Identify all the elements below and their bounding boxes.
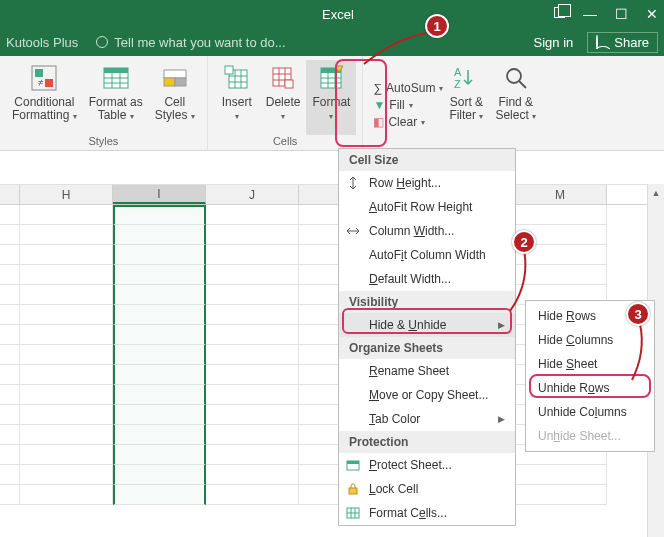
svg-text:≠: ≠: [38, 77, 44, 88]
protect-sheet-icon: [345, 457, 361, 473]
svg-rect-36: [347, 461, 359, 464]
menu-section-protection: Protection: [339, 431, 515, 453]
lock-icon: [345, 481, 361, 497]
menu-row-height[interactable]: Row Height...: [339, 171, 515, 195]
tab-bar: Kutools Plus Tell me what you want to do…: [0, 28, 664, 56]
col-header-H[interactable]: H: [20, 185, 113, 204]
chevron-down-icon: ▾: [329, 112, 333, 121]
chevron-down-icon: ▾: [130, 112, 134, 121]
menu-tab-color[interactable]: Tab Color▶: [339, 407, 515, 431]
group-label-styles: Styles: [6, 135, 201, 150]
minimize-icon[interactable]: —: [583, 6, 597, 22]
cell-styles-button[interactable]: Cell Styles ▾: [149, 60, 201, 135]
share-button[interactable]: Share: [587, 32, 658, 53]
chevron-down-icon: ▾: [73, 112, 77, 121]
lightbulb-icon: [96, 36, 108, 48]
column-width-icon: [345, 223, 361, 239]
search-icon: [500, 62, 532, 94]
autosum-button[interactable]: ∑AutoSum ▾: [373, 81, 443, 95]
scroll-up-icon[interactable]: ▲: [648, 184, 664, 201]
sigma-icon: ∑: [373, 81, 382, 95]
menu-rename-sheet[interactable]: Rename Sheet: [339, 359, 515, 383]
menu-section-visibility: Visibility: [339, 291, 515, 313]
fill-button[interactable]: ▼Fill ▾: [373, 98, 443, 112]
row-height-icon: [345, 175, 361, 191]
delete-cells-icon: [267, 62, 299, 94]
svg-text:Z: Z: [454, 78, 461, 90]
annotation-callout-2: 2: [512, 230, 536, 254]
svg-line-34: [519, 81, 526, 88]
fill-down-icon: ▼: [373, 98, 385, 112]
format-dropdown-menu: Cell Size Row Height... AutoFit Row Heig…: [338, 148, 516, 526]
menu-lock-cell[interactable]: Lock Cell: [339, 477, 515, 501]
chevron-down-icon: ▾: [235, 112, 239, 121]
svg-rect-12: [175, 78, 186, 86]
submenu-unhide-rows[interactable]: Unhide Rows: [526, 376, 654, 400]
tell-me-placeholder: Tell me what you want to do...: [114, 35, 285, 50]
menu-protect-sheet[interactable]: Protect Sheet...: [339, 453, 515, 477]
window-controls: — ☐ ✕: [554, 6, 658, 22]
group-label-cells: Cells: [214, 135, 357, 150]
group-styles: ≠ Conditional Formatting ▾ Format as Tab…: [0, 56, 208, 150]
col-header-M[interactable]: M: [514, 185, 607, 204]
svg-rect-10: [164, 70, 186, 78]
conditional-formatting-icon: ≠: [28, 62, 60, 94]
svg-point-33: [507, 69, 521, 83]
menu-autofit-row[interactable]: AutoFit Row Height: [339, 195, 515, 219]
col-header-I[interactable]: I: [113, 185, 206, 204]
chevron-down-icon: ▾: [281, 112, 285, 121]
format-cells-icon: [315, 62, 347, 94]
delete-button[interactable]: Delete▾: [260, 60, 307, 135]
svg-rect-18: [225, 66, 233, 74]
ribbon: ≠ Conditional Formatting ▾ Format as Tab…: [0, 56, 664, 151]
menu-autofit-col[interactable]: AutoFit Column Width: [339, 243, 515, 267]
submenu-unhide-sheet: Unhide Sheet...: [526, 424, 654, 448]
menu-column-width[interactable]: Column Width...: [339, 219, 515, 243]
menu-section-cell-size: Cell Size: [339, 149, 515, 171]
chevron-right-icon: ▶: [498, 414, 505, 424]
close-icon[interactable]: ✕: [646, 6, 658, 22]
menu-section-organize: Organize Sheets: [339, 337, 515, 359]
sort-filter-icon: AZ: [450, 62, 482, 94]
insert-button[interactable]: Insert▾: [214, 60, 260, 135]
menu-move-copy-sheet[interactable]: Move or Copy Sheet...: [339, 383, 515, 407]
svg-rect-2: [45, 79, 53, 87]
chevron-down-icon: ▾: [191, 112, 195, 121]
svg-rect-5: [104, 68, 128, 73]
submenu-unhide-columns[interactable]: Unhide Columns: [526, 400, 654, 424]
format-as-table-button[interactable]: Format as Table ▾: [83, 60, 149, 135]
insert-cells-icon: [221, 62, 253, 94]
format-cells-dialog-icon: [345, 505, 361, 521]
annotation-callout-1: 1: [425, 14, 449, 38]
app-title: Excel: [322, 7, 354, 22]
tell-me-search[interactable]: Tell me what you want to do...: [96, 35, 285, 50]
restore-icon[interactable]: ☐: [615, 6, 628, 22]
conditional-formatting-button[interactable]: ≠ Conditional Formatting ▾: [6, 60, 83, 135]
share-label: Share: [614, 35, 649, 50]
sort-filter-button[interactable]: AZ Sort & Filter ▾: [443, 60, 489, 150]
annotation-callout-3: 3: [626, 302, 650, 326]
clear-button[interactable]: ◧Clear ▾: [373, 115, 443, 129]
svg-rect-24: [285, 80, 293, 88]
eraser-icon: ◧: [373, 115, 384, 129]
menu-hide-unhide[interactable]: Hide & Unhide ▶: [339, 313, 515, 337]
svg-rect-1: [35, 69, 43, 77]
submenu-hide-sheet[interactable]: Hide Sheet: [526, 352, 654, 376]
submenu-hide-columns[interactable]: Hide Columns: [526, 328, 654, 352]
group-cells: Insert▾ Delete▾ Format▾ Cells: [208, 56, 364, 150]
column-headers[interactable]: H I J M: [0, 185, 664, 205]
sign-in-link[interactable]: Sign in: [534, 35, 574, 50]
person-icon: [596, 35, 598, 49]
find-select-button[interactable]: Find & Select ▾: [489, 60, 542, 150]
format-button[interactable]: Format▾: [306, 60, 356, 135]
svg-text:A: A: [454, 66, 462, 78]
svg-rect-37: [349, 488, 357, 494]
menu-format-cells[interactable]: Format Cells...: [339, 501, 515, 525]
svg-rect-11: [164, 78, 175, 86]
ribbon-options-icon[interactable]: [554, 5, 565, 21]
menu-default-width[interactable]: Default Width...: [339, 267, 515, 291]
col-header-J[interactable]: J: [206, 185, 299, 204]
tab-kutools-plus[interactable]: Kutools Plus: [6, 35, 78, 50]
chevron-right-icon: ▶: [498, 320, 505, 330]
title-bar: Excel — ☐ ✕: [0, 0, 664, 28]
